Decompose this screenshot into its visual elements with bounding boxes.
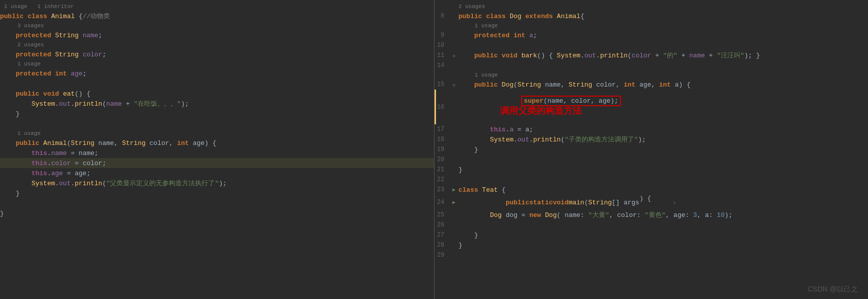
line-8: 8 public class Dog extends Animal{	[435, 11, 869, 21]
code-25: Dog dog = new Dog( name: "大黄", color: "黄…	[459, 210, 864, 219]
gutter-15: ⬦	[450, 81, 459, 89]
code-age-field: protected int age;	[0, 70, 430, 78]
line-constructor-close: }	[0, 188, 434, 198]
line-25: 25 Dog dog = new Dog( name: "大黄", color:…	[435, 210, 869, 220]
line-eat-close: }	[0, 109, 434, 119]
gutter-23: ▶	[450, 187, 459, 193]
linenum-20: 20	[435, 156, 450, 163]
meta-2usages: 2 usages	[0, 40, 434, 49]
code-println-constructor: System.out.println("父类显示定义的无参构造方法执行了");	[0, 179, 430, 188]
line-constructor-animal: public Animal(String name, String color,…	[0, 138, 434, 148]
linenum-21: 21	[435, 166, 450, 173]
code-eat-close: }	[0, 110, 430, 118]
linenum-14: 14	[435, 62, 450, 69]
line-24: 24 ▶ public static void main(String[] ar…	[435, 195, 869, 210]
meta-1usage-constructor: 1 usage	[0, 129, 434, 138]
code-constructor-animal: public Animal(String name, String color,…	[0, 139, 430, 147]
code-println-eat: System.out.println(name + "在吃饭。。。");	[0, 99, 430, 108]
code-19: }	[459, 146, 864, 154]
code-18: System.out.println("子类的构造方法调用了");	[459, 135, 864, 144]
meta-1usage-a: 1 usage	[435, 21, 869, 30]
line-15: 15 ⬦ public Dog(String name, String colo…	[435, 80, 869, 90]
line-10: 10	[435, 40, 869, 50]
meta-2usages-right: 2 usages	[435, 2, 869, 11]
line-this-age: this.age = age;	[0, 168, 434, 178]
line-eat-method: public void eat() {	[0, 89, 434, 99]
code-27: }	[459, 232, 864, 239]
gutter-24: ▶	[450, 199, 459, 205]
line-27: 27 }	[435, 230, 869, 240]
line-class-animal: public class Animal {//动物类	[0, 11, 434, 21]
line-20: 20	[435, 155, 869, 165]
right-panel: 2 usages 8 public class Dog extends Anim…	[435, 0, 869, 299]
code-8: public class Dog extends Animal{	[459, 13, 864, 20]
linenum-22: 22	[435, 176, 450, 183]
linenum-19: 19	[435, 146, 450, 153]
line-11: 11 ⬦ public void bark() { System.out.pri…	[435, 50, 869, 60]
code-15: public Dog(String name, String color, in…	[459, 81, 864, 89]
code-constructor-close: }	[0, 190, 430, 197]
line-println-eat: System.out.println(name + "在吃饭。。。");	[0, 99, 434, 109]
line-age-field: protected int age;	[0, 68, 434, 79]
line-19: 19 }	[435, 144, 869, 155]
line-29: 29	[435, 250, 869, 260]
line-23: 23 ▶ class Teat {	[435, 185, 869, 195]
code-28: }	[459, 242, 864, 249]
code-class-close: }	[0, 210, 430, 217]
meta-1usage-age: 1 usage	[0, 59, 434, 68]
code-17: this.a = a;	[459, 126, 864, 133]
code-this-age: this.age = age;	[0, 170, 430, 177]
line-this-name: this.name = name;	[0, 148, 434, 158]
code-11: public void bark() { System.out.println(…	[459, 51, 864, 60]
linenum-16: 16	[435, 104, 450, 111]
watermark: CSDN @以己之	[808, 285, 858, 294]
linenum-9: 9	[435, 32, 450, 39]
left-panel: 1 usage 1 inheritor public class Animal …	[0, 0, 435, 299]
linenum-8: 8	[435, 13, 450, 20]
right-code-area: 2 usages 8 public class Dog extends Anim…	[435, 0, 869, 299]
line-9: 9 protected int a;	[435, 30, 869, 40]
left-code-area: 1 usage 1 inheritor public class Animal …	[0, 0, 434, 299]
line-17: 17 this.a = a;	[435, 124, 869, 134]
code-color-field: protected String color;	[0, 51, 430, 58]
line-name-field: protected String name;	[0, 30, 434, 40]
linenum-15: 15	[435, 81, 450, 88]
line-18: 18 System.out.println("子类的构造方法调用了");	[435, 134, 869, 144]
line-22: 22	[435, 175, 869, 185]
line-color-field: protected String color;	[0, 49, 434, 59]
line-21: 21 }	[435, 165, 869, 175]
code-24: public static void main(String[] args) {…	[459, 195, 864, 210]
code-eat-method: public void eat() {	[0, 90, 430, 98]
code-this-color: this.color = color;	[0, 160, 430, 167]
code-name-field: protected String name;	[0, 32, 430, 39]
linenum-18: 18	[435, 136, 450, 143]
annotation-super: 调用父类的构造方法	[500, 106, 582, 116]
meta-usage-1: 1 usage 1 inheritor	[0, 2, 434, 11]
line-this-color: this.color = color;	[0, 158, 434, 168]
linenum-27: 27	[435, 232, 450, 239]
linenum-17: 17	[435, 126, 450, 133]
linenum-26: 26	[435, 221, 450, 229]
code-23: class Teat {	[459, 186, 864, 194]
meta-3usages: 3 usages	[0, 21, 434, 30]
line-blank-2	[0, 119, 434, 129]
code-class-animal: public class Animal {//动物类	[0, 12, 430, 21]
code-9: protected int a;	[459, 32, 864, 39]
line-class-close: }	[0, 208, 434, 218]
line-26: 26	[435, 220, 869, 230]
linenum-29: 29	[435, 252, 450, 259]
meta-1usage-dog-constructor: 1 usage	[435, 70, 869, 80]
code-16: super(name, color, age); 调用父类的构造方法	[459, 90, 864, 124]
line-16: 16 super(name, color, age); 调用父类的构造方法	[435, 90, 869, 124]
linenum-10: 10	[435, 42, 450, 49]
linenum-23: 23	[435, 186, 450, 193]
linenum-11: 11	[435, 52, 450, 59]
code-this-name: this.name = name;	[0, 150, 430, 157]
line-14: 14	[435, 60, 869, 70]
gutter-11: ⬦	[450, 52, 459, 59]
linenum-24: 24	[435, 199, 450, 206]
line-28: 28 }	[435, 240, 869, 250]
line-println-constructor: System.out.println("父类显示定义的无参构造方法执行了");	[0, 178, 434, 188]
line-blank-1	[0, 79, 434, 89]
code-21: }	[459, 166, 864, 174]
